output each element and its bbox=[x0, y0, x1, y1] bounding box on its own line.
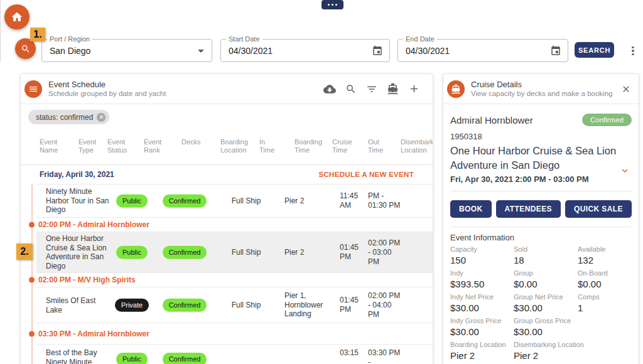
section-title: Event Information bbox=[450, 233, 632, 242]
info-label: Capacity bbox=[450, 245, 514, 254]
panel-subtitle: Schedule grouped by date and yacht bbox=[48, 89, 323, 98]
cloud-download-icon bbox=[323, 83, 336, 95]
ship-icon bbox=[387, 83, 399, 95]
column-header-disembarking-location: Disembarking Location bbox=[401, 138, 433, 154]
schedule-panel-header: Event Schedule Schedule grouped by date … bbox=[21, 74, 433, 104]
info-value: $393.50 bbox=[450, 279, 514, 290]
vertical-dots-icon bbox=[632, 46, 634, 56]
book-button[interactable]: BOOK bbox=[450, 200, 492, 218]
event-status-cell: Confirmed bbox=[164, 353, 205, 364]
search-button[interactable]: SEARCH bbox=[575, 42, 614, 58]
boarding-time-cell: 01:45 PM bbox=[340, 296, 369, 314]
event-datetime: Fri, Apr 30, 2021 2:00 PM - 03:00 PM bbox=[450, 174, 632, 184]
home-button[interactable] bbox=[4, 4, 30, 29]
attendees-button[interactable]: ATTENDEES bbox=[496, 200, 561, 218]
info-label: Indy Net Price bbox=[450, 293, 514, 301]
info-label: Group bbox=[514, 269, 578, 277]
event-row[interactable]: Best of the Bay Ninety Minute Public Con… bbox=[36, 344, 433, 364]
info-field-indy-gross-price: Indy Gross Price$30.00 bbox=[450, 317, 514, 338]
filter-button[interactable] bbox=[366, 83, 377, 95]
calendar-icon[interactable] bbox=[550, 45, 561, 59]
info-label: Comps bbox=[578, 293, 632, 301]
event-status-badge: Confirmed bbox=[163, 299, 207, 312]
cruise-time-cell: PM - 01:30 PM bbox=[368, 191, 403, 210]
decks-cell: Full Ship bbox=[224, 301, 268, 310]
port-region-label: Port / Region bbox=[47, 35, 92, 43]
info-field-on-board: On-Board$0.00 bbox=[578, 269, 632, 290]
info-field-group: Group$0.00 bbox=[514, 269, 578, 290]
start-date-input[interactable]: Start Date 04/30/2021 bbox=[220, 39, 390, 62]
info-value: $30.00 bbox=[514, 302, 578, 314]
info-label: Available bbox=[578, 245, 632, 254]
event-type-badge: Public bbox=[116, 246, 148, 259]
details-panel-header: Cruise Details View capacity by decks an… bbox=[443, 74, 639, 104]
kebab-menu-button[interactable] bbox=[628, 44, 638, 58]
event-row-selected[interactable]: One Hour Harbor Cruise & Sea Lion Advent… bbox=[36, 232, 433, 273]
step-marker-1: 1. bbox=[30, 28, 45, 41]
yacht-group-label: 02:00 PM - M/V High Spirits bbox=[38, 276, 136, 284]
boarding-location-cell: Pier 2 bbox=[284, 196, 335, 206]
event-id: 1950318 bbox=[450, 132, 632, 141]
end-date-label: End Date bbox=[403, 35, 437, 43]
plus-icon bbox=[408, 83, 420, 95]
schedule-new-event-link[interactable]: SCHEDULE A NEW EVENT bbox=[319, 171, 414, 178]
schedule-table-body: Ninety Minute Harbor Tour in San Diego P… bbox=[21, 184, 433, 364]
event-status-badge: Confirmed bbox=[163, 195, 207, 208]
info-field-empty bbox=[578, 317, 632, 338]
info-field-indy: Indy$393.50 bbox=[450, 269, 514, 290]
event-type-badge: Public bbox=[116, 195, 148, 208]
event-title: One Hour Harbor Cruise & Sea Lion Advent… bbox=[450, 144, 621, 173]
column-header-decks: Decks bbox=[181, 138, 208, 146]
event-row[interactable]: Ninety Minute Harbor Tour in San Diego P… bbox=[36, 184, 433, 218]
event-type-cell: Private bbox=[112, 299, 152, 312]
info-field-indy-net-price: Indy Net Price$30.00 bbox=[450, 293, 514, 314]
info-value: $30.00 bbox=[450, 326, 514, 338]
info-value: 18 bbox=[514, 255, 578, 266]
yacht-name: Admiral Hornblower bbox=[450, 115, 533, 126]
info-row: Indy Gross Price$30.00 Group Gross Price… bbox=[450, 317, 632, 338]
date-group-header: Friday, April 30, 2021 bbox=[40, 170, 114, 179]
more-options-button[interactable] bbox=[322, 0, 343, 9]
calendar-icon[interactable] bbox=[372, 45, 383, 59]
event-name-cell: Ninety Minute Harbor Tour in San Diego bbox=[46, 187, 110, 215]
info-label: Sold bbox=[514, 245, 578, 254]
info-value: $0.00 bbox=[514, 279, 578, 290]
info-label: Indy Gross Price bbox=[450, 317, 514, 325]
info-value: 150 bbox=[450, 255, 514, 266]
filter-chip[interactable]: status: confirmed ✕ bbox=[28, 110, 109, 124]
divider bbox=[450, 227, 632, 227]
add-event-button[interactable] bbox=[408, 83, 420, 95]
download-button[interactable] bbox=[323, 83, 336, 95]
panel-title: Cruise Details bbox=[471, 80, 621, 89]
info-field-sold: Sold18 bbox=[514, 245, 578, 266]
info-row: Indy$393.50 Group$0.00 On-Board$0.00 bbox=[450, 269, 632, 290]
event-type-cell: Public bbox=[112, 246, 152, 259]
boarding-time-cell: 11:45 AM bbox=[340, 191, 369, 210]
filter-icon bbox=[366, 83, 377, 95]
chip-close-icon[interactable]: ✕ bbox=[97, 113, 105, 122]
yacht-group-header: 03:30 PM - Admiral Hornblower bbox=[21, 323, 433, 344]
end-date-input[interactable]: End Date 04/30/2021 bbox=[397, 39, 568, 62]
quick-sale-button[interactable]: QUICK SALE bbox=[565, 200, 632, 218]
info-field-disembarking-location: Disembarking LocationPier 2 bbox=[514, 341, 632, 361]
column-header-event-rank: Event Rank bbox=[144, 138, 166, 154]
cruise-time-cell: 03:30 PM - bbox=[368, 348, 403, 364]
yacht-view-button[interactable] bbox=[387, 83, 399, 95]
port-region-select[interactable]: Port / Region San Diego bbox=[41, 39, 212, 62]
info-value: 132 bbox=[578, 255, 632, 266]
ship-icon bbox=[451, 84, 461, 94]
close-button[interactable] bbox=[621, 84, 631, 94]
event-name-cell: One Hour Harbor Cruise & Sea Lion Advent… bbox=[46, 234, 110, 270]
info-value: $0.00 bbox=[578, 279, 632, 290]
event-status-cell: Confirmed bbox=[164, 246, 205, 259]
search-icon bbox=[21, 44, 31, 54]
event-type-cell: Public bbox=[112, 353, 152, 364]
app-canvas: 1. 2. Port / Region San Diego Start Date… bbox=[0, 0, 643, 364]
table-search-button[interactable] bbox=[345, 83, 357, 95]
chevron-down-icon[interactable] bbox=[619, 165, 630, 176]
info-row: Indy Net Price$30.00 Group Net Price$30.… bbox=[450, 293, 632, 314]
event-status-badge: Confirmed bbox=[163, 353, 207, 364]
menu-icon bbox=[28, 84, 38, 94]
event-row[interactable]: Smiles Of East Lake Private Confirmed Fu… bbox=[36, 287, 433, 323]
column-header-boarding-location: Boarding Location bbox=[220, 138, 253, 154]
